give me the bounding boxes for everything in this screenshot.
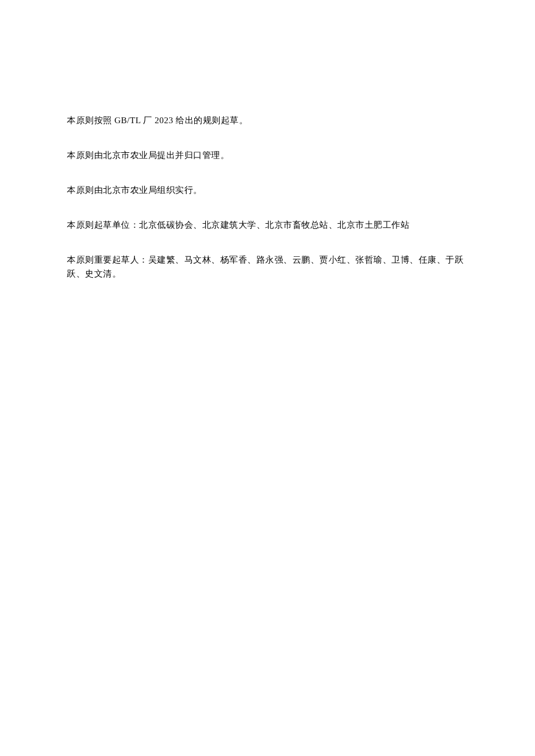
paragraph-proposal-agency: 本原则由北京市农业局提出并归口管理。 (67, 148, 468, 162)
paragraph-drafting-units: 本原则起草单位：北京低碳协会、北京建筑大学、北京市畜牧总站、北京市土肥工作站 (67, 218, 468, 232)
document-page: 本原则按照 GB/TL 厂 2023 给出的规则起草。 本原则由北京市农业局提出… (0, 0, 535, 281)
paragraph-implementation-agency: 本原则由北京市农业局组织实行。 (67, 183, 468, 197)
paragraph-main-drafters: 本原则重要起草人：吴建繁、马文林、杨军香、路永强、云鹏、贾小红、张哲瑜、卫博、任… (67, 253, 468, 281)
paragraph-drafting-rules: 本原则按照 GB/TL 厂 2023 给出的规则起草。 (67, 113, 468, 127)
